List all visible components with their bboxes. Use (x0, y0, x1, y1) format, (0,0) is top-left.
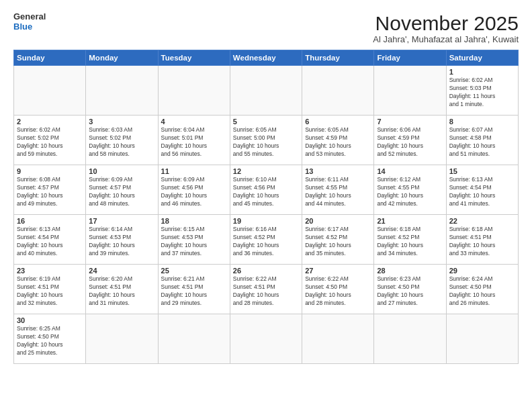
day-9: 9 Sunrise: 6:08 AMSunset: 4:57 PMDayligh… (14, 165, 86, 215)
empty-cell (158, 314, 230, 364)
day-26: 26 Sunrise: 6:22 AMSunset: 4:51 PMDaylig… (230, 265, 302, 314)
day-12: 12 Sunrise: 6:10 AMSunset: 4:56 PMDaylig… (230, 165, 302, 215)
logo-blue: Blue (13, 22, 46, 32)
month-title: November 2025 (373, 12, 519, 34)
day-6: 6 Sunrise: 6:05 AMSunset: 4:59 PMDayligh… (302, 116, 374, 165)
day-27: 27 Sunrise: 6:22 AMSunset: 4:50 PMDaylig… (302, 265, 374, 314)
day-21: 21 Sunrise: 6:18 AMSunset: 4:52 PMDaylig… (374, 215, 446, 265)
day-10: 10 Sunrise: 6:09 AMSunset: 4:57 PMDaylig… (86, 165, 158, 215)
weekday-header-row: Sunday Monday Tuesday Wednesday Thursday… (14, 50, 519, 66)
day-22: 22 Sunrise: 6:18 AMSunset: 4:51 PMDaylig… (446, 215, 518, 265)
header-tuesday: Tuesday (158, 50, 230, 66)
empty-cell (302, 66, 374, 116)
empty-cell (374, 314, 446, 364)
page: General Blue November 2025 Al Jahra', Mu… (0, 0, 532, 411)
week-row-4: 16 Sunrise: 6:13 AMSunset: 4:54 PMDaylig… (14, 215, 519, 265)
day-28: 28 Sunrise: 6:23 AMSunset: 4:50 PMDaylig… (374, 265, 446, 314)
location: Al Jahra', Muhafazat al Jahra', Kuwait (373, 34, 519, 44)
day-4: 4 Sunrise: 6:04 AMSunset: 5:01 PMDayligh… (158, 116, 230, 165)
day-30: 30 Sunrise: 6:25 AMSunset: 4:50 PMDaylig… (14, 314, 86, 364)
logo: General Blue (13, 12, 46, 32)
day-5: 5 Sunrise: 6:05 AMSunset: 5:00 PMDayligh… (230, 116, 302, 165)
day-24: 24 Sunrise: 6:20 AMSunset: 4:51 PMDaylig… (86, 265, 158, 314)
day-1: 1 Sunrise: 6:02 AMSunset: 5:03 PMDayligh… (446, 66, 518, 116)
day-15: 15 Sunrise: 6:13 AMSunset: 4:54 PMDaylig… (446, 165, 518, 215)
week-row-5: 23 Sunrise: 6:19 AMSunset: 4:51 PMDaylig… (14, 265, 519, 314)
header-saturday: Saturday (446, 50, 518, 66)
header: General Blue November 2025 Al Jahra', Mu… (13, 12, 519, 44)
day-14: 14 Sunrise: 6:12 AMSunset: 4:55 PMDaylig… (374, 165, 446, 215)
day-19: 19 Sunrise: 6:16 AMSunset: 4:52 PMDaylig… (230, 215, 302, 265)
day-11: 11 Sunrise: 6:09 AMSunset: 4:56 PMDaylig… (158, 165, 230, 215)
day-3: 3 Sunrise: 6:03 AMSunset: 5:02 PMDayligh… (86, 116, 158, 165)
day-17: 17 Sunrise: 6:14 AMSunset: 4:53 PMDaylig… (86, 215, 158, 265)
header-friday: Friday (374, 50, 446, 66)
logo-general: General (13, 12, 46, 22)
empty-cell (158, 66, 230, 116)
header-monday: Monday (86, 50, 158, 66)
day-20: 20 Sunrise: 6:17 AMSunset: 4:52 PMDaylig… (302, 215, 374, 265)
empty-cell (14, 66, 86, 116)
calendar: Sunday Monday Tuesday Wednesday Thursday… (13, 50, 519, 364)
week-row-1: 1 Sunrise: 6:02 AMSunset: 5:03 PMDayligh… (14, 66, 519, 116)
empty-cell (374, 66, 446, 116)
week-row-2: 2 Sunrise: 6:02 AMSunset: 5:02 PMDayligh… (14, 116, 519, 165)
empty-cell (86, 66, 158, 116)
day-18: 18 Sunrise: 6:15 AMSunset: 4:53 PMDaylig… (158, 215, 230, 265)
day-8: 8 Sunrise: 6:07 AMSunset: 4:58 PMDayligh… (446, 116, 518, 165)
day-23: 23 Sunrise: 6:19 AMSunset: 4:51 PMDaylig… (14, 265, 86, 314)
title-block: November 2025 Al Jahra', Muhafazat al Ja… (373, 12, 519, 44)
day-29: 29 Sunrise: 6:24 AMSunset: 4:50 PMDaylig… (446, 265, 518, 314)
day-7: 7 Sunrise: 6:06 AMSunset: 4:59 PMDayligh… (374, 116, 446, 165)
day-16: 16 Sunrise: 6:13 AMSunset: 4:54 PMDaylig… (14, 215, 86, 265)
empty-cell (86, 314, 158, 364)
empty-cell (230, 66, 302, 116)
header-sunday: Sunday (14, 50, 86, 66)
empty-cell (302, 314, 374, 364)
day-13: 13 Sunrise: 6:11 AMSunset: 4:55 PMDaylig… (302, 165, 374, 215)
empty-cell (230, 314, 302, 364)
day-25: 25 Sunrise: 6:21 AMSunset: 4:51 PMDaylig… (158, 265, 230, 314)
header-thursday: Thursday (302, 50, 374, 66)
empty-cell (446, 314, 518, 364)
week-row-3: 9 Sunrise: 6:08 AMSunset: 4:57 PMDayligh… (14, 165, 519, 215)
day-2: 2 Sunrise: 6:02 AMSunset: 5:02 PMDayligh… (14, 116, 86, 165)
week-row-6: 30 Sunrise: 6:25 AMSunset: 4:50 PMDaylig… (14, 314, 519, 364)
header-wednesday: Wednesday (230, 50, 302, 66)
